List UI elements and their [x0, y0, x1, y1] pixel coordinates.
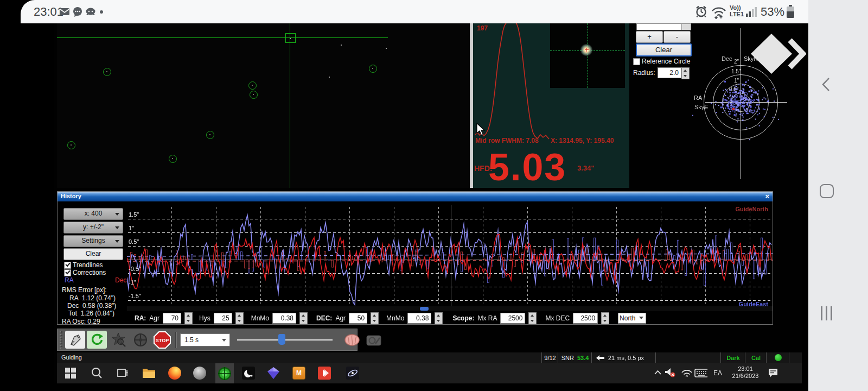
graph-ytick: -1.5" — [129, 293, 141, 299]
signal-bars-icon — [746, 7, 758, 17]
xscale-label: x: 400 — [85, 210, 103, 217]
history-close-icon[interactable]: × — [765, 192, 769, 200]
max-ra-duration-input[interactable]: 2500 — [500, 313, 525, 324]
target-ring2-label: 2" — [734, 59, 739, 65]
target-ring15-label: 1.5" — [731, 68, 741, 74]
graph-scroll-thumb[interactable] — [420, 307, 429, 311]
android-home-icon[interactable] — [820, 184, 834, 198]
galaxy-app-icon[interactable] — [346, 367, 359, 380]
star-magnifier-icon — [111, 332, 126, 348]
blue-gem-app-icon[interactable] — [267, 367, 280, 380]
android-back-icon[interactable] — [822, 77, 831, 92]
stop-button[interactable]: STOP — [152, 331, 172, 349]
nav-handle-diamond-icon[interactable] — [751, 34, 792, 74]
guide-state-label: Guiding — [61, 354, 82, 361]
settings-label: Settings — [81, 237, 105, 244]
max-dec-spinner[interactable] — [601, 312, 609, 324]
history-yscale-dropdown[interactable]: y: +/-2" — [63, 222, 123, 234]
history-xscale-dropdown[interactable]: x: 400 — [63, 208, 123, 220]
capture-app-icon[interactable] — [242, 367, 255, 380]
dec-guide-mode-select[interactable]: North — [618, 313, 646, 324]
ra-minmove-input[interactable]: 0.38 — [272, 313, 296, 324]
taskbar-time: 23:01 — [738, 365, 753, 372]
trendlines-label: Trendlines — [73, 261, 103, 269]
radius-input[interactable]: 2.0 — [658, 67, 681, 78]
connect-equipment-button[interactable] — [65, 331, 85, 349]
usb-plug-icon — [68, 333, 82, 347]
volume-muted-icon[interactable] — [665, 368, 678, 381]
slider-thumb[interactable] — [278, 334, 285, 345]
language-indicator[interactable]: EΛ — [713, 369, 722, 377]
star-field[interactable] — [57, 23, 470, 188]
ra-hysteresis-input[interactable]: 25 — [214, 313, 232, 324]
param-mnmo-ra-label: MnMo — [251, 314, 269, 322]
target-ring1-label: 1" — [734, 78, 739, 84]
corrections-label: Corrections — [73, 269, 106, 276]
target-ra-label: RA — [694, 94, 702, 101]
orange-toolbox-app-icon[interactable]: M — [292, 367, 305, 380]
phd2-toolbar: STOP 1.5 s — [57, 329, 358, 351]
history-clear-button[interactable]: Clear — [63, 248, 123, 260]
graph-ytick: -0.5" — [129, 266, 141, 272]
wifi-icon — [711, 5, 726, 19]
file-explorer-icon[interactable] — [142, 367, 155, 380]
start-button-icon[interactable] — [64, 367, 77, 380]
phd2-taskbar-tile[interactable] — [215, 363, 234, 383]
camera-settings-button[interactable] — [363, 331, 384, 349]
dec-minmove-spinner[interactable] — [435, 312, 443, 324]
brightness-slider[interactable] — [237, 333, 333, 346]
field-star-dot — [329, 77, 330, 78]
gray-sphere-app-icon[interactable] — [193, 367, 206, 380]
param-mxra-label: Mx RA — [477, 314, 497, 322]
dark-library-indicator: Dark — [726, 355, 739, 361]
guide-params-row: RA: Agr 70 Hys 25 MnMo 0.38 DEC: Agr 50 … — [127, 312, 773, 325]
corrections-checkbox[interactable] — [64, 269, 71, 276]
history-settings-dropdown[interactable]: Settings — [63, 235, 123, 247]
max-ra-spinner[interactable] — [528, 312, 537, 324]
dec-guide-mode-value: North — [620, 314, 635, 322]
tray-network-icon[interactable] — [681, 368, 694, 381]
taskbar-search-icon[interactable] — [90, 367, 103, 380]
touch-keyboard-icon[interactable] — [694, 369, 707, 382]
field-star-dot — [386, 48, 387, 49]
advanced-settings-button[interactable] — [342, 331, 362, 349]
toolbar-grip[interactable] — [60, 331, 63, 349]
trendlines-checkbox[interactable] — [64, 262, 71, 269]
chevron-down-icon — [222, 339, 226, 342]
zoom-in-button[interactable]: + — [636, 31, 663, 43]
pulse-cell: 21 ms, 0.5 px — [591, 352, 655, 363]
auto-select-star-button[interactable] — [108, 331, 129, 349]
detected-star-circle — [369, 65, 377, 73]
yscale-label: y: +/-2" — [83, 223, 104, 231]
exposure-value: 1.5 s — [184, 336, 199, 344]
taskbar-clock[interactable]: 23:01 21/6/2023 — [729, 365, 762, 380]
message-cell — [655, 352, 721, 363]
action-center-icon[interactable] — [768, 368, 781, 381]
fwhm-readout: Mid row FWHM: 7.08 — [475, 137, 539, 144]
frame-counter-cell: 9/12 — [541, 352, 558, 363]
loop-exposures-button[interactable] — [87, 331, 107, 349]
floating-nav-handle[interactable] — [744, 31, 806, 77]
exposure-select[interactable]: 1.5 s — [180, 333, 230, 346]
target-skye-label: SkyE — [694, 104, 709, 110]
ra-hysteresis-spinner[interactable] — [235, 312, 244, 324]
ra-aggression-input[interactable]: 70 — [163, 313, 181, 324]
dec-minmove-input[interactable]: 0.38 — [407, 313, 431, 324]
graph-scrollbar[interactable] — [127, 306, 773, 311]
red-diamond-app-icon[interactable] — [318, 367, 331, 380]
task-view-icon[interactable] — [116, 367, 129, 380]
param-ra-label: RA: — [135, 314, 146, 322]
firefox-icon[interactable] — [168, 367, 181, 380]
ra-minmove-spinner[interactable] — [299, 312, 308, 324]
max-dec-duration-input[interactable]: 2500 — [573, 313, 598, 324]
dec-aggression-input[interactable]: 50 — [349, 313, 367, 324]
west-arrow-icon — [596, 355, 604, 361]
discord-notification-icon — [86, 8, 97, 16]
ra-aggression-spinner[interactable] — [184, 312, 193, 324]
reference-circle-checkbox[interactable] — [633, 58, 640, 65]
history-titlebar[interactable]: History × — [58, 192, 773, 201]
ra-legend-label: RA — [65, 276, 74, 284]
start-guiding-button[interactable] — [130, 331, 150, 349]
android-recents-icon[interactable] — [821, 306, 834, 320]
dec-aggression-spinner[interactable] — [371, 312, 379, 324]
